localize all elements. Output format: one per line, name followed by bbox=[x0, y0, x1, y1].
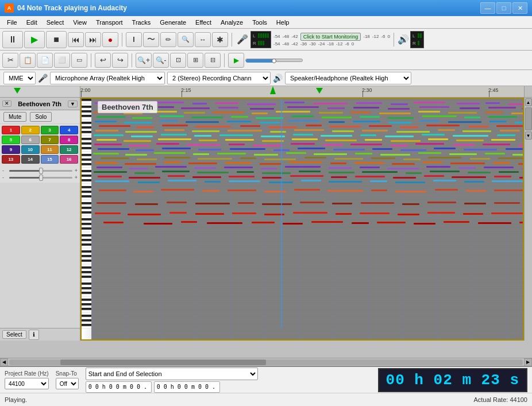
record-button[interactable]: ● bbox=[102, 32, 118, 47]
channel-1[interactable]: 1 bbox=[2, 126, 20, 134]
menu-help[interactable]: Help bbox=[272, 18, 294, 27]
channel-14[interactable]: 14 bbox=[21, 155, 40, 164]
monitor-button[interactable]: Click to Start Monitoring bbox=[300, 33, 361, 41]
zoom-fit-button[interactable]: ⊞ bbox=[187, 53, 203, 68]
menu-edit[interactable]: Edit bbox=[22, 18, 42, 27]
draw-tool[interactable]: ✏ bbox=[160, 32, 176, 47]
midi-view[interactable]: Beethoven 7th bbox=[80, 98, 524, 341]
envelope-tool[interactable]: 〜 bbox=[143, 32, 159, 47]
pause-button[interactable]: ⏸ bbox=[2, 31, 23, 48]
redo-button[interactable]: ↪ bbox=[112, 53, 128, 68]
snap-select[interactable]: Off bbox=[56, 378, 79, 389]
channel-11[interactable]: 11 bbox=[41, 145, 59, 154]
menu-tools[interactable]: Tools bbox=[248, 18, 272, 27]
zoom-in-button[interactable]: 🔍+ bbox=[136, 53, 152, 68]
notes-canvas[interactable] bbox=[92, 99, 523, 339]
main-content: 2:00 2:15 2:30 2:45 bbox=[0, 86, 532, 406]
host-select[interactable]: MME bbox=[3, 72, 36, 84]
selection-tool[interactable]: I bbox=[126, 32, 142, 47]
stop-button[interactable]: ■ bbox=[46, 31, 67, 48]
mic-device-select[interactable]: Microphone Array (Realtek High bbox=[50, 72, 165, 84]
hscroll-right-arrow[interactable]: ▶ bbox=[524, 358, 532, 366]
hscroll-track[interactable] bbox=[9, 359, 523, 365]
hscroll-thumb[interactable] bbox=[60, 359, 266, 365]
svg-rect-301 bbox=[360, 212, 390, 214]
vscroll-top bbox=[524, 86, 532, 97]
cut-button[interactable]: ✂ bbox=[2, 53, 18, 68]
menu-select[interactable]: Select bbox=[42, 18, 69, 27]
menu-generate[interactable]: Generate bbox=[155, 18, 191, 27]
paste-button[interactable]: 📄 bbox=[37, 53, 53, 68]
menu-file[interactable]: File bbox=[2, 18, 22, 27]
zoom-out-button[interactable]: 🔍- bbox=[153, 53, 169, 68]
play-speed-button[interactable]: ▶ bbox=[228, 53, 244, 68]
skip-start-button[interactable]: ⏮ bbox=[68, 32, 84, 47]
project-rate-select[interactable]: 44100 bbox=[5, 378, 49, 389]
channel-15[interactable]: 15 bbox=[41, 155, 59, 164]
channel-10[interactable]: 10 bbox=[21, 145, 40, 154]
solo-button[interactable]: Solo bbox=[30, 112, 52, 122]
svg-rect-187 bbox=[304, 157, 326, 158]
track-info-button[interactable]: ℹ bbox=[29, 330, 39, 340]
menu-tracks[interactable]: Tracks bbox=[128, 18, 156, 27]
menu-analyze[interactable]: Analyze bbox=[216, 18, 248, 27]
ruler-ticks[interactable]: 2:00 2:15 2:30 2:45 bbox=[80, 86, 524, 97]
svg-rect-229 bbox=[299, 171, 321, 172]
speaker-device-select[interactable]: Speaker/Headphone (Realtek High bbox=[285, 72, 411, 84]
channel-6[interactable]: 6 bbox=[21, 136, 40, 144]
skip-end-button[interactable]: ⏭ bbox=[85, 32, 101, 47]
channel-8[interactable]: 8 bbox=[60, 136, 78, 144]
volume-slider[interactable] bbox=[9, 170, 72, 172]
selection-type-select[interactable]: Start and End of Selection bbox=[86, 368, 258, 380]
channel-12[interactable]: 12 bbox=[60, 145, 78, 154]
select-track-button[interactable]: Select bbox=[2, 330, 26, 339]
multi-tool[interactable]: ✱ bbox=[212, 32, 228, 47]
svg-rect-51 bbox=[418, 111, 440, 113]
copy-button[interactable]: 📋 bbox=[20, 53, 36, 68]
menu-transport[interactable]: Transport bbox=[91, 18, 128, 27]
maximize-button[interactable]: □ bbox=[496, 2, 511, 14]
undo-button[interactable]: ↩ bbox=[95, 53, 111, 68]
play-button[interactable]: ▶ bbox=[24, 31, 45, 48]
svg-rect-103 bbox=[294, 129, 324, 131]
hscroll-bar[interactable]: ◀ ▶ bbox=[0, 358, 532, 366]
zoom-tool[interactable]: 🔍 bbox=[178, 32, 194, 47]
channel-9[interactable]: 9 bbox=[2, 145, 20, 154]
start-time-field[interactable] bbox=[86, 381, 152, 393]
menu-view[interactable]: View bbox=[68, 18, 91, 27]
channel-7[interactable]: 7 bbox=[41, 136, 59, 144]
vscroll-bar[interactable]: ▲ ▼ bbox=[524, 98, 532, 341]
svg-rect-249 bbox=[494, 176, 511, 177]
pan-slider[interactable] bbox=[9, 177, 72, 179]
silence-button[interactable]: ▭ bbox=[71, 53, 87, 68]
channel-13[interactable]: 13 bbox=[2, 155, 20, 164]
channels-select[interactable]: 2 (Stereo) Recording Chann bbox=[167, 72, 271, 84]
close-button[interactable]: ✕ bbox=[512, 2, 527, 14]
svg-rect-74 bbox=[260, 122, 280, 123]
svg-rect-286 bbox=[332, 203, 352, 204]
trim-button[interactable]: ⬜ bbox=[54, 53, 70, 68]
svg-rect-148 bbox=[391, 145, 408, 146]
hscroll-left-arrow[interactable]: ◀ bbox=[0, 358, 8, 366]
track-close-button[interactable]: ✕ bbox=[2, 100, 11, 107]
svg-rect-189 bbox=[371, 157, 395, 159]
zoom-selection-button[interactable]: ⊡ bbox=[170, 53, 186, 68]
track-dropdown-button[interactable]: ▼ bbox=[68, 100, 78, 107]
channel-4[interactable]: 4 bbox=[60, 126, 78, 134]
channel-3[interactable]: 3 bbox=[41, 126, 59, 134]
speed-slider[interactable] bbox=[245, 59, 303, 62]
mute-button[interactable]: Mute bbox=[3, 112, 26, 122]
vscroll-thumb[interactable] bbox=[525, 107, 532, 130]
svg-rect-272 bbox=[327, 190, 363, 192]
vscroll-down-arrow[interactable]: ▼ bbox=[525, 132, 532, 140]
end-time-field[interactable] bbox=[154, 381, 220, 393]
menu-effect[interactable]: Effect bbox=[191, 18, 216, 27]
channel-16[interactable]: 16 bbox=[60, 155, 78, 164]
channel-2[interactable]: 2 bbox=[21, 126, 40, 134]
minimize-button[interactable]: — bbox=[480, 2, 495, 14]
timeshift-tool[interactable]: ↔ bbox=[195, 32, 211, 47]
vscroll-up-arrow[interactable]: ▲ bbox=[525, 98, 532, 106]
svg-rect-222 bbox=[522, 168, 523, 169]
channel-5[interactable]: 5 bbox=[2, 136, 20, 144]
zoom-fit-v-button[interactable]: ⊟ bbox=[205, 53, 221, 68]
